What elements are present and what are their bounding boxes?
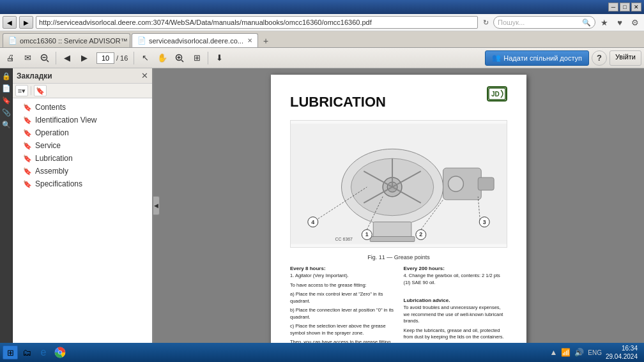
browser-window: ─ □ ✕ ◀ ▶ http://serviceadvisorlocal.dee… [0,0,644,362]
login-button[interactable]: Увійти [610,50,641,66]
zoom-out-button[interactable] [37,50,52,66]
next-page-button[interactable]: ▶ [77,50,92,66]
taskbar-ie-icon[interactable]: e [36,345,51,359]
lock-icon[interactable]: 🔒 [1,71,12,81]
bookmarks-list: 🔖 Contents 🔖 Identification View 🔖 Opera… [13,98,152,343]
svg-rect-22 [373,222,411,238]
bookmarks-panel-icon[interactable]: 🔖 [1,95,12,105]
toolbar-right: 👥 Надати спільний доступ ? Увійти [485,50,641,66]
bookmark-icon: 🔖 [23,103,32,112]
svg-point-21 [448,176,464,192]
favorites-icon[interactable]: ♥ [613,16,626,29]
address-box[interactable]: http://serviceadvisorlocal.deere.com:307… [36,16,478,29]
bookmarks-close-button[interactable]: ✕ [141,71,148,80]
bookmark-contents[interactable]: 🔖 Contents [13,101,152,114]
sidebar-icons: 🔒 📄 🔖 📎 🔍 [0,68,13,343]
start-button[interactable]: ⊞ [3,345,18,359]
figure-caption: Fig. 11 — Grease points [290,254,507,260]
right-text-1: 4. Change the gearbox oil, contents: 2 1… [404,273,508,286]
svg-rect-23 [370,237,415,242]
panel-collapse-button[interactable]: ◀ [153,196,160,215]
chrome-logo-svg [54,347,66,358]
bookmark-lubrication[interactable]: 🔖 Lubrication [13,152,152,165]
help-button[interactable]: ? [592,50,607,66]
tab-1[interactable]: 📄 omcc16360 :: Service ADVISOR™ ✕ [3,33,130,47]
back-button[interactable]: ◀ [3,16,17,29]
tab-2[interactable]: 📄 serviceadvisorlocal.deere.co... ✕ [132,33,258,47]
download-button[interactable]: ⬇ [211,50,227,66]
bookmark-lubrication-label: Lubrication [35,154,73,163]
add-bookmark-button[interactable]: 🔖 [34,85,47,96]
print-button[interactable]: 🖨 [3,50,18,66]
right-text-3: Keep the lubricants, grease and oil, pro… [404,328,508,341]
bookmark-specifications[interactable]: 🔖 Specifications [13,177,152,190]
bookmark-assembly[interactable]: 🔖 Assembly [13,165,152,177]
prev-page-button[interactable]: ◀ [59,50,75,66]
email-button[interactable]: ✉ [20,50,35,66]
pdf-text-columns: Every 8 hours: 1. Agitator (Very Importa… [290,266,507,343]
start-icon: ⊞ [7,348,14,358]
zoom-in-button[interactable] [172,50,187,66]
search-box[interactable]: Пошук... 🔍 [493,16,595,29]
svg-text:CC 6367: CC 6367 [335,237,353,241]
settings-icon[interactable]: ⚙ [629,16,641,29]
bookmarks-toolbar: ≡▾ 🔖 [13,84,152,98]
maximize-button[interactable]: □ [620,3,630,11]
toolbar: 🖨 ✉ ◀ ▶ 10 / 16 ↖ ✋ ⊞ [0,48,644,68]
new-tab-button[interactable]: + [259,34,272,47]
bookmark-contents-label: Contents [35,103,66,112]
bookmark-icon: 🔖 [23,167,32,176]
star-icon[interactable]: ★ [598,16,611,29]
pdf-left-column: Every 8 hours: 1. Agitator (Very Importa… [290,266,394,343]
pdf-title: LUBRICATION [290,94,507,110]
left-heading-1: Every 8 hours: [290,266,394,271]
bm-separator [31,86,31,95]
close-button[interactable]: ✕ [631,3,641,11]
pages-icon[interactable]: 📄 [1,83,12,93]
minimize-button[interactable]: ─ [608,3,618,11]
svg-line-4 [181,60,183,62]
main-area: 🔒 📄 🔖 📎 🔍 Закладки ✕ ≡▾ 🔖 🔖 Contents [0,68,644,343]
taskbar-sys-area: ▲ 📶 🔊 ENG 16:34 29.04.2024 [546,344,641,361]
document-area[interactable]: ◀ JD LUBRICATION [153,68,644,343]
separator-2 [134,52,134,64]
taskbar-chrome-icon[interactable] [52,345,68,359]
refresh-icon[interactable]: ↻ [480,17,491,27]
tabs-area: 📄 omcc16360 :: Service ADVISOR™ ✕ 📄 serv… [0,31,644,48]
bookmark-identification-view[interactable]: 🔖 Identification View [13,114,152,126]
clock-time: 16:34 [606,344,638,352]
view-mode-button[interactable]: ⊞ [189,50,204,66]
volume-icon[interactable]: 🔊 [574,348,584,357]
cursor-tool-button[interactable]: ↖ [137,50,153,66]
svg-text:2: 2 [419,232,422,238]
tab-2-close[interactable]: ✕ [247,37,252,44]
tab-1-favicon: 📄 [8,36,17,45]
share-button[interactable]: 👥 Надати спільний доступ [485,50,589,66]
system-clock: 16:34 29.04.2024 [606,344,638,361]
svg-text:3: 3 [483,219,486,225]
clock-date: 29.04.2024 [606,352,638,361]
jd-logo: JD [487,86,507,102]
bookmark-identification-view-label: Identification View [35,116,97,124]
svg-text:JD: JD [491,91,500,98]
bookmark-icon: 🔖 [23,116,32,124]
forward-button[interactable]: ▶ [19,16,33,29]
pan-tool-button[interactable]: ✋ [155,50,170,66]
current-page-input[interactable]: 10 [96,52,114,64]
attachments-icon[interactable]: 📎 [1,107,12,117]
left-text-2: To have access to the grease fitting: [290,282,394,289]
tray-expand-icon[interactable]: ▲ [549,348,557,357]
network-icon[interactable]: 📶 [561,348,571,357]
taskbar: ⊞ 🗂 e ▲ 📶 🔊 ENG 16:34 29.04. [0,343,644,362]
pdf-diagram: 4 1 2 3 [290,120,507,248]
bookmarks-panel: Закладки ✕ ≡▾ 🔖 🔖 Contents 🔖 Identificat… [13,68,153,343]
left-text-6: Then, you can have access to the grease … [290,339,394,343]
taskbar-explorer-icon[interactable]: 🗂 [19,345,34,359]
expand-bookmarks-button[interactable]: ≡▾ [15,85,28,96]
address-bar-area: ◀ ▶ http://serviceadvisorlocal.deere.com… [0,14,644,31]
bookmark-service[interactable]: 🔖 Service [13,139,152,152]
right-heading-1: Every 200 hours: [404,266,508,271]
svg-text:4: 4 [311,219,314,225]
search-panel-icon[interactable]: 🔍 [1,119,12,130]
bookmark-operation[interactable]: 🔖 Operation [13,126,152,139]
